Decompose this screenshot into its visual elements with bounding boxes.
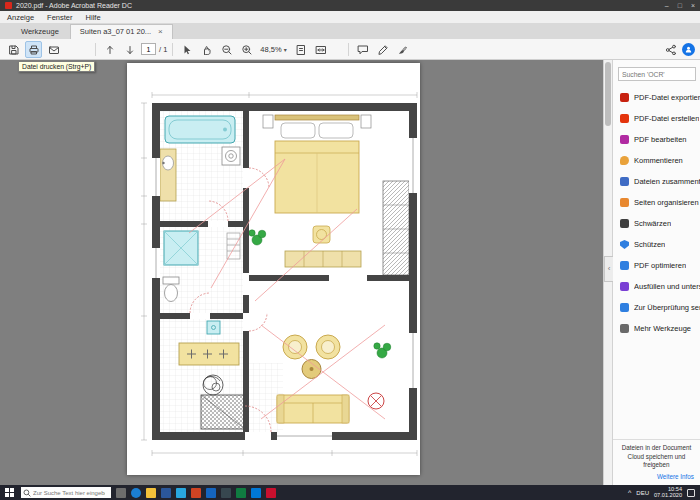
windows-taskbar: DEU 10:54 07.01.2020 xyxy=(0,485,700,500)
save-icon xyxy=(8,44,19,55)
plant-1 xyxy=(249,230,266,245)
fit-width-button[interactable] xyxy=(312,41,329,58)
highlight-button[interactable] xyxy=(374,41,391,58)
tab-close-icon[interactable]: × xyxy=(158,29,163,35)
taskbar-app-icon[interactable] xyxy=(236,488,246,498)
main-area: PDF-Datei exportieren PDF-Datei erstelle… xyxy=(0,60,700,485)
hand-tool-button[interactable] xyxy=(198,41,215,58)
word-icon[interactable] xyxy=(161,488,171,498)
zoom-in-button[interactable] xyxy=(238,41,255,58)
system-tray: DEU 10:54 07.01.2020 xyxy=(628,487,697,499)
next-page-icon xyxy=(124,44,135,55)
close-icon[interactable] xyxy=(691,2,695,9)
pdf-page xyxy=(127,63,420,475)
search-icon xyxy=(23,489,31,497)
tab-werkzeuge[interactable]: Werkzeuge xyxy=(12,25,68,39)
zoom-level-dropdown[interactable]: 48,5% xyxy=(258,45,288,54)
document-viewer[interactable] xyxy=(0,60,603,485)
tool-item-edit-pdf[interactable]: PDF bearbeiten xyxy=(613,129,700,150)
create-pdf-icon xyxy=(620,114,629,123)
edge-icon[interactable] xyxy=(131,488,141,498)
menu-fenster[interactable]: Fenster xyxy=(47,13,72,22)
tool-label: Seiten organisieren xyxy=(634,198,699,207)
tool-item-optimize-pdf[interactable]: PDF optimieren xyxy=(613,255,700,276)
next-page-button[interactable] xyxy=(121,41,138,58)
comment-button[interactable] xyxy=(354,41,371,58)
tool-item-organize-pages[interactable]: Seiten organisieren xyxy=(613,192,700,213)
task-view-icon[interactable] xyxy=(116,488,126,498)
page-fit-button[interactable] xyxy=(292,41,309,58)
tool-search-input[interactable] xyxy=(618,67,696,81)
acrobat-taskbar-icon[interactable] xyxy=(266,488,276,498)
zoom-level-label: 48,5% xyxy=(260,45,281,54)
tool-item-combine-files[interactable]: Dateien zusammenführen xyxy=(613,171,700,192)
menu-anzeige[interactable]: Anzeige xyxy=(7,13,34,22)
taskbar-app-icon[interactable] xyxy=(221,488,231,498)
email-icon xyxy=(48,44,59,55)
print-button[interactable] xyxy=(25,41,42,58)
tool-item-send-review[interactable]: Zur Überprüfung senden xyxy=(613,297,700,318)
clock-date: 07.01.2020 xyxy=(654,493,682,499)
save-button[interactable] xyxy=(5,41,22,58)
fill-sign-icon xyxy=(620,282,629,291)
tool-item-protect[interactable]: Schützen xyxy=(613,234,700,255)
toolbar-separator xyxy=(95,43,96,56)
tool-item-fill-sign[interactable]: Ausfüllen und unterschreiben xyxy=(613,276,700,297)
select-tool-icon xyxy=(181,44,192,55)
taskbar-app-icon[interactable] xyxy=(206,488,216,498)
tool-item-export-pdf[interactable]: PDF-Datei exportieren xyxy=(613,87,700,108)
panel-collapse-chevron-icon[interactable] xyxy=(604,256,613,282)
tab-document-label: Suiten a3_07 01 20... xyxy=(80,27,151,36)
taskbar-search[interactable] xyxy=(21,487,111,498)
tool-item-redact[interactable]: Schwärzen xyxy=(613,213,700,234)
floor-plan xyxy=(127,63,420,475)
taskbar-clock[interactable]: 10:54 07.01.2020 xyxy=(654,487,682,499)
title-bar: 2020.pdf - Adobe Acrobat Reader DC xyxy=(0,0,700,11)
account-icon xyxy=(684,45,693,54)
tool-item-more-tools[interactable]: Mehr Werkzeuge xyxy=(613,318,700,339)
tool-label: Zur Überprüfung senden xyxy=(634,303,700,312)
comment-tool-icon xyxy=(620,156,629,165)
taskbar-search-input[interactable] xyxy=(33,490,105,496)
language-indicator[interactable]: DEU xyxy=(636,490,649,496)
acrobat-logo-icon xyxy=(5,2,12,9)
tray-chevron-icon[interactable] xyxy=(628,489,631,496)
tools-panel: PDF-Datei exportieren PDF-Datei erstelle… xyxy=(612,60,700,485)
previous-page-icon xyxy=(104,44,115,55)
plant-2 xyxy=(374,343,391,358)
tab-bar: Werkzeuge Suiten a3_07 01 20... × xyxy=(0,23,700,39)
explorer-icon[interactable] xyxy=(146,488,156,498)
minimize-icon[interactable] xyxy=(665,2,669,9)
previous-page-button[interactable] xyxy=(101,41,118,58)
living-room-furniture xyxy=(277,335,384,423)
page-number-input[interactable] xyxy=(141,43,156,55)
acrobat-window: 2020.pdf - Adobe Acrobat Reader DC Anzei… xyxy=(0,0,700,500)
taskbar-app-icon[interactable] xyxy=(176,488,186,498)
account-button[interactable] xyxy=(682,43,695,56)
sign-button[interactable] xyxy=(394,41,411,58)
maximize-icon[interactable] xyxy=(678,2,682,9)
window-controls xyxy=(665,2,695,9)
start-button[interactable] xyxy=(3,486,16,499)
more-info-link[interactable]: Weitere Infos xyxy=(619,473,694,482)
zoom-out-button[interactable] xyxy=(218,41,235,58)
taskbar-app-icon[interactable] xyxy=(191,488,201,498)
tool-item-create-pdf[interactable]: PDF-Datei erstellen xyxy=(613,108,700,129)
page-total-label: / 1 xyxy=(159,45,167,54)
document-cloud-promo: Dateien in der Document Cloud speichern … xyxy=(613,439,700,481)
taskbar-app-icon[interactable] xyxy=(251,488,261,498)
tool-label: Ausfüllen und unterschreiben xyxy=(634,282,700,291)
menu-hilfe[interactable]: Hilfe xyxy=(86,13,101,22)
hand-tool-icon xyxy=(201,44,212,55)
share-button[interactable] xyxy=(662,41,679,58)
scrollbar-thumb[interactable] xyxy=(605,62,611,126)
select-tool-button[interactable] xyxy=(178,41,195,58)
sign-icon xyxy=(397,44,408,55)
fit-width-icon xyxy=(315,44,326,55)
export-pdf-icon xyxy=(620,93,629,102)
more-tools-icon xyxy=(620,324,629,333)
email-button[interactable] xyxy=(45,41,62,58)
action-center-icon[interactable] xyxy=(687,489,695,497)
tool-item-comment[interactable]: Kommentieren xyxy=(613,150,700,171)
tab-document[interactable]: Suiten a3_07 01 20... × xyxy=(70,24,173,39)
